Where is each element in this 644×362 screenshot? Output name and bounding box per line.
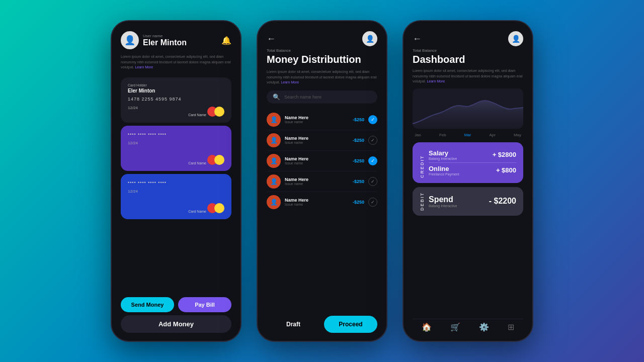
- action-buttons: Send Money Pay Bill: [121, 297, 231, 312]
- search-input[interactable]: Search name here: [284, 95, 321, 100]
- transaction-row[interactable]: 👤 Name Here Issue name -$250 ✓: [267, 110, 377, 130]
- avatar-2: 👤: [362, 31, 377, 46]
- dashboard-title: Dashboard: [413, 54, 523, 65]
- uncheck-icon: ✓: [368, 198, 377, 207]
- credit-items: Salary Batang Interactive + $2800 Online…: [429, 147, 516, 178]
- proceed-button[interactable]: Proceed: [324, 316, 377, 333]
- transaction-row[interactable]: 👤 Name Here Issue name -$250 ✓: [267, 130, 377, 151]
- card-expiry-2: 12/24: [128, 141, 224, 145]
- month-feb: Feb: [439, 133, 446, 137]
- mastercard-logo-2: [207, 155, 224, 165]
- page-title: Money Distributtion: [267, 54, 377, 65]
- p2-footer: Draft Proceed: [267, 316, 377, 333]
- card-expiry-3: 12/24: [128, 189, 224, 194]
- txn-avatar: 👤: [267, 174, 281, 189]
- send-money-button[interactable]: Send Money: [121, 297, 174, 312]
- card-name-label-2: Card Name: [188, 161, 206, 165]
- mastercard-logo: [207, 107, 224, 117]
- txn-info: Name Here Issue name: [285, 198, 349, 206]
- avatar: 👤: [121, 31, 139, 49]
- pay-bill-button[interactable]: Pay Bill: [178, 297, 231, 312]
- month-mar[interactable]: Mar: [464, 133, 471, 137]
- total-balance-label-3: Total Balance: [413, 48, 523, 53]
- settings-icon[interactable]: ⚙️: [479, 322, 489, 332]
- card-number-3: •••• •••• •••• ••••: [128, 180, 224, 185]
- month-apr: Apr: [489, 133, 495, 137]
- p1-description: Lorem ipsum dolor sit amet, consectetuer…: [121, 54, 231, 70]
- transaction-row[interactable]: 👤 Name Here Issue name -$250 ✓: [267, 192, 377, 210]
- phone-2: ← 👤 Total Balance Money Distributtion Lo…: [257, 20, 387, 342]
- transaction-row[interactable]: 👤 Name Here Issue name -$250 ✓: [267, 151, 377, 171]
- user-info: User name Eler Minton: [143, 34, 221, 47]
- credit-salary: Salary Batang Interactive + $2800: [429, 147, 516, 162]
- credit-item-info: Salary Batang Interactive: [429, 149, 457, 160]
- uncheck-icon: ✓: [368, 136, 377, 145]
- card-2[interactable]: •••• •••• •••• •••• 12/24 Card Name: [121, 126, 231, 171]
- transaction-row[interactable]: 👤 Name Here Issue name -$250 ✓: [267, 171, 377, 192]
- cart-icon[interactable]: 🛒: [450, 322, 460, 332]
- month-jan: Jan: [415, 133, 421, 137]
- txn-info: Name Here Issue name: [285, 177, 349, 186]
- p3-header: ← 👤: [413, 31, 523, 46]
- credit-block: CREDIT Salary Batang Interactive + $2800…: [413, 142, 523, 183]
- debit-items: Spend Batang Interactive - $2200: [429, 195, 516, 208]
- chart-months: Jan Feb Mar Apr May: [413, 133, 523, 137]
- card-name-label: Card Name: [188, 113, 206, 117]
- txn-avatar: 👤: [267, 133, 281, 147]
- learn-more-link-3[interactable]: Learn More: [427, 79, 445, 83]
- uncheck-icon: ✓: [368, 177, 377, 186]
- check-icon: ✓: [368, 156, 377, 165]
- total-balance-label: Total Balance: [267, 48, 377, 53]
- month-may: May: [514, 133, 521, 137]
- transaction-list: 👤 Name Here Issue name -$250 ✓ 👤 Name He…: [267, 110, 377, 210]
- txn-avatar: 👤: [267, 154, 281, 168]
- back-arrow-icon[interactable]: ←: [267, 34, 276, 44]
- card-3[interactable]: •••• •••• •••• •••• 12/24 Card Name: [121, 174, 231, 219]
- search-icon: 🔍: [273, 94, 280, 101]
- phone-1: 👤 User name Eler Minton 🔔 Lorem ipsum do…: [111, 20, 242, 342]
- credit-online: Online Freelance Payment + $800: [429, 162, 516, 178]
- credit-label: CREDIT: [420, 147, 425, 178]
- phone-3: ← 👤 Total Balance Dashboard Lorem ipsum …: [403, 20, 533, 342]
- card-holder-name: Eler Minton: [128, 88, 224, 94]
- add-money-button[interactable]: Add Money: [121, 315, 231, 333]
- txn-info: Name Here Issue name: [285, 156, 349, 165]
- txn-avatar: 👤: [267, 195, 281, 209]
- txn-info: Name Here Issue name: [285, 136, 349, 144]
- bell-icon[interactable]: 🔔: [221, 36, 231, 45]
- grid-icon[interactable]: ⊞: [508, 322, 514, 332]
- search-bar[interactable]: 🔍 Search name here: [267, 90, 377, 104]
- debit-block: DEBIT Spend Batang Interactive - $2200: [413, 187, 523, 216]
- p2-header: ← 👤: [267, 31, 377, 46]
- user-name: Eler Minton: [143, 38, 221, 47]
- credit-item-info-2: Online Freelance Payment: [429, 165, 459, 176]
- p1-header: 👤 User name Eler Minton 🔔: [121, 31, 231, 49]
- p3-description: Lorem ipsum dolor sit amet, consectetuer…: [413, 68, 523, 84]
- txn-info: Name Here Issue name: [285, 115, 349, 124]
- debit-label: DEBIT: [420, 192, 425, 211]
- draft-button[interactable]: Draft: [267, 316, 320, 333]
- mastercard-logo-3: [207, 203, 224, 213]
- learn-more-link[interactable]: Learn More: [135, 65, 153, 69]
- debit-item-info: Spend Batang Interactive: [429, 195, 457, 208]
- avatar-3: 👤: [508, 31, 523, 46]
- txn-avatar: 👤: [267, 113, 281, 127]
- back-arrow-icon-3[interactable]: ←: [413, 34, 422, 44]
- check-icon: ✓: [368, 115, 377, 124]
- card-number-2: •••• •••• •••• ••••: [128, 132, 224, 137]
- card-number: 1478 2255 4595 9874: [128, 97, 224, 102]
- learn-more-link-2[interactable]: Learn More: [281, 80, 299, 84]
- chart-area: [413, 88, 523, 129]
- card-name-label-3: Card Name: [188, 210, 206, 213]
- home-icon[interactable]: 🏠: [422, 322, 432, 332]
- user-label: User name: [143, 34, 221, 38]
- card-1[interactable]: Card Holder Eler Minton 1478 2255 4595 9…: [121, 77, 231, 123]
- bottom-nav: 🏠 🛒 ⚙️ ⊞: [413, 319, 523, 333]
- card-holder-label: Card Holder: [128, 83, 224, 87]
- p2-description: Lorem ipsum dolor sit amet, consectetuer…: [267, 69, 377, 85]
